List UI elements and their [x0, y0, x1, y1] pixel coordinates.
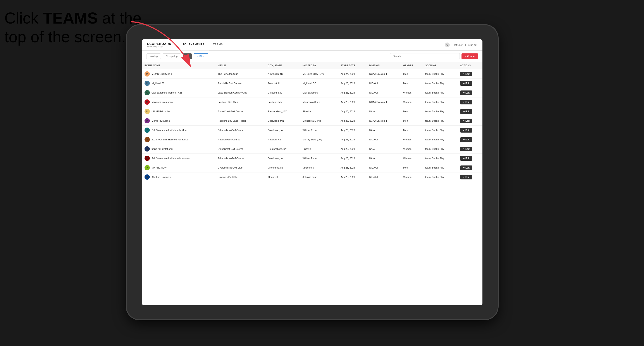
edit-button-1[interactable]: ✏ Edit [460, 81, 472, 86]
tablet-screen: SCOREBOARD Powered by clippit TOURNAMENT… [142, 39, 482, 305]
cell-date-7: Aug 28, 2023 [338, 135, 366, 144]
cell-gender-4: Men [400, 107, 423, 116]
tournaments-table: EVENT NAME VENUE CITY, STATE HOSTED BY S… [142, 62, 482, 182]
cell-division-1: NICAA I [366, 79, 400, 88]
team-icon-5: M [144, 118, 150, 123]
all-button[interactable]: All [183, 53, 192, 59]
edit-button-4[interactable]: ✏ Edit [460, 109, 472, 114]
cell-venue-1: Park Hills Golf Course [215, 79, 265, 88]
cell-division-7: NICAA II [366, 135, 400, 144]
cell-event-name-1: H Highland 36 [142, 79, 215, 88]
cell-actions-8: ✏ Edit [458, 144, 482, 154]
cell-event-name-9: F Fall Statesmen Invitational - Women [142, 154, 215, 163]
nav-tabs: TOURNAMENTS TEAMS [178, 39, 227, 50]
instruction-line3: top of the screen. [4, 28, 126, 46]
cell-gender-6: Men [400, 126, 423, 135]
edit-button-6[interactable]: ✏ Edit [460, 128, 472, 133]
cell-venue-10: Cypress Hills Golf Club [215, 163, 265, 173]
edit-button-0[interactable]: ✏ Edit [460, 72, 472, 76]
cell-division-9: NAIA [366, 154, 400, 163]
cell-scoring-3: team, Stroke Play [423, 97, 458, 107]
cell-actions-10: ✏ Edit [458, 163, 482, 173]
cell-date-8: Aug 28, 2023 [338, 144, 366, 154]
logo-sub: Powered by clippit [147, 46, 171, 47]
cell-city-8: Prestonsburg, KY [265, 144, 300, 154]
edit-icon-11: ✏ [463, 176, 464, 178]
cell-scoring-4: team, Stroke Play [423, 107, 458, 116]
cell-date-1: Aug 25, 2023 [338, 79, 366, 88]
table-row: H Highland 36 Park Hills Golf Course Fre… [142, 79, 482, 88]
edit-button-7[interactable]: ✏ Edit [460, 137, 472, 142]
col-gender: GENDER [400, 62, 423, 69]
cell-venue-11: Kokopelli Golf Club [215, 173, 265, 182]
cell-venue-3: Faribault Golf Club [215, 97, 265, 107]
col-actions: ACTIONS [458, 62, 482, 69]
cell-actions-11: ✏ Edit [458, 173, 482, 182]
tab-teams[interactable]: TEAMS [209, 39, 227, 50]
col-start-date: START DATE [338, 62, 366, 69]
col-hosted-by: HOSTED BY [300, 62, 338, 69]
cell-city-2: Galesburg, IL [265, 88, 300, 97]
team-icon-2: C [144, 90, 150, 95]
settings-icon[interactable]: ⚙ [445, 42, 450, 47]
table-row: M MSMC Qualifying 1 The Powelton Club Ne… [142, 69, 482, 79]
create-button[interactable]: + Create [462, 53, 478, 59]
team-icon-1: H [144, 81, 150, 86]
cell-scoring-5: team, Stroke Play [423, 116, 458, 126]
edit-button-5[interactable]: ✏ Edit [460, 119, 472, 123]
cell-scoring-0: team, Stroke Play [423, 69, 458, 79]
cell-city-7: Hesston, KS [265, 135, 300, 144]
cell-date-11: Aug 28, 2023 [338, 173, 366, 182]
cell-event-name-2: C Carl Sandburg Women FA23 [142, 88, 215, 97]
table-row: F Fall Statesmen Invitational - Women Ed… [142, 154, 482, 163]
instruction-bold: TEAMS [43, 9, 98, 27]
cell-actions-1: ✏ Edit [458, 79, 482, 88]
event-name-2: Carl Sandburg Women FA23 [152, 91, 182, 94]
cell-date-0: Aug 24, 2023 [338, 69, 366, 79]
edit-button-11[interactable]: ✏ Edit [460, 175, 472, 179]
event-name-5: Morris Invitational [152, 120, 170, 122]
competing-button[interactable]: Competing [163, 53, 181, 59]
edit-button-8[interactable]: ✏ Edit [460, 147, 472, 151]
cell-hosted-0: Mt. Saint Mary (NY) [300, 69, 338, 79]
signout-link[interactable]: Sign out [468, 44, 477, 46]
cell-division-2: NICAA I [366, 88, 400, 97]
search-input[interactable] [390, 53, 460, 59]
cell-city-9: Oskaloosa, IA [265, 154, 300, 163]
cell-venue-8: StoneCrest Golf Course [215, 144, 265, 154]
edit-button-3[interactable]: ✏ Edit [460, 100, 472, 104]
nav-separator: | [465, 44, 466, 46]
team-icon-6: F [144, 128, 150, 133]
edit-button-9[interactable]: ✏ Edit [460, 156, 472, 161]
cell-venue-5: Ruttger's Bay Lake Resort [215, 116, 265, 126]
cell-event-name-7: 2 2023 Women's Hesston Fall Kickoff [142, 135, 215, 144]
edit-icon-1: ✏ [463, 82, 464, 85]
tablet-frame: SCOREBOARD Powered by clippit TOURNAMENT… [126, 25, 498, 319]
cell-actions-6: ✏ Edit [458, 126, 482, 135]
filter-button[interactable]: ≡ Filter [194, 53, 208, 59]
cell-hosted-3: Minnesota State [300, 97, 338, 107]
edit-button-10[interactable]: ✏ Edit [460, 166, 472, 170]
table-row: C Carl Sandburg Women FA23 Lake Bracken … [142, 88, 482, 97]
edit-button-2[interactable]: ✏ Edit [460, 90, 472, 95]
cell-gender-8: Women [400, 144, 423, 154]
cell-date-6: Aug 28, 2023 [338, 126, 366, 135]
cell-city-1: Freeport, IL [265, 79, 300, 88]
col-division: DIVISION [366, 62, 400, 69]
cell-hosted-8: Pikeville [300, 144, 338, 154]
edit-icon-2: ✏ [463, 92, 464, 94]
cell-venue-2: Lake Bracken Country Club [215, 88, 265, 97]
event-name-1: Highland 36 [152, 82, 164, 85]
hosting-button[interactable]: Hosting [146, 53, 161, 59]
cell-gender-0: Men [400, 69, 423, 79]
tab-tournaments[interactable]: TOURNAMENTS [178, 39, 209, 50]
cell-event-name-8: u upike fall invitational [142, 144, 215, 154]
cell-division-11: NICAA I [366, 173, 400, 182]
cell-hosted-6: William Penn [300, 126, 338, 135]
cell-gender-1: Men [400, 79, 423, 88]
team-icon-10: V [144, 165, 150, 170]
cell-city-5: Deerwood, MN [265, 116, 300, 126]
cell-hosted-9: William Penn [300, 154, 338, 163]
cell-gender-11: Women [400, 173, 423, 182]
filter-icon: ≡ [197, 55, 198, 58]
